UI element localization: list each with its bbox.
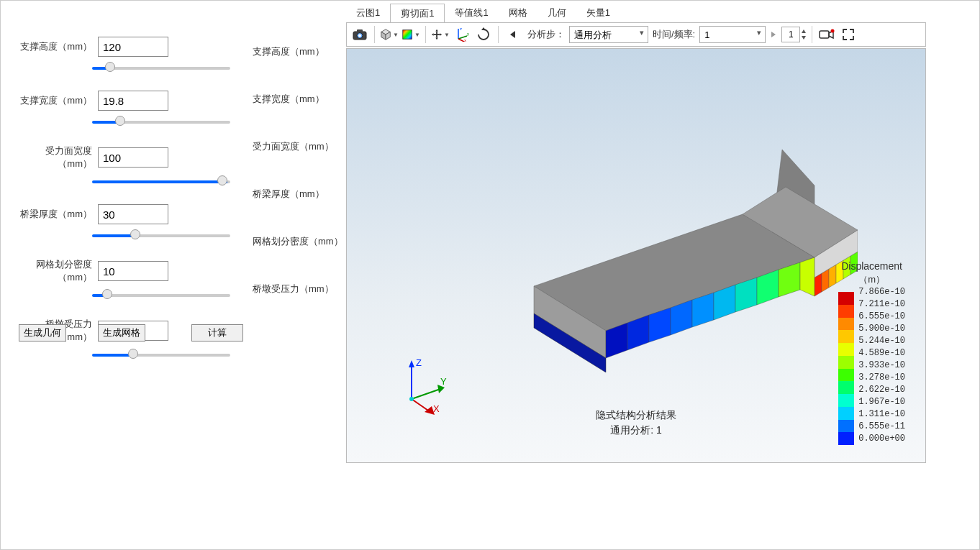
param-label2-3: 桥梁厚度（mm）: [253, 188, 325, 201]
analysis-step-label: 分析步：: [527, 28, 565, 41]
svg-rect-1: [357, 29, 363, 32]
svg-text:X: X: [433, 403, 440, 414]
3d-viewport[interactable]: Z Y X 隐式结构分析结果 通用分析: 1 Displacement （m） …: [346, 48, 926, 463]
tab-4[interactable]: 几何: [537, 4, 576, 24]
svg-text:z: z: [460, 27, 462, 31]
record-icon[interactable]: [817, 24, 837, 45]
param-label-3: 桥梁厚度（mm）: [15, 208, 98, 221]
svg-text:Z: Z: [416, 357, 422, 368]
legend-segment: [838, 394, 854, 407]
tab-5[interactable]: 矢量1: [576, 4, 620, 24]
legend-segment: [838, 343, 854, 356]
legend-segment: [838, 420, 854, 433]
cube-view-icon[interactable]: ▼: [379, 24, 399, 45]
step-prev-icon[interactable]: [503, 24, 523, 45]
svg-line-51: [412, 389, 440, 399]
legend-segment: [838, 318, 854, 331]
svg-point-23: [831, 29, 835, 33]
param-input-4[interactable]: [98, 261, 168, 281]
tab-1[interactable]: 剪切面1: [390, 4, 445, 24]
colormap-icon[interactable]: ▼: [401, 24, 421, 45]
legend-value: 1.967e-10: [858, 396, 905, 408]
legend-value: 5.244e-10: [858, 335, 905, 347]
expand-icon[interactable]: [838, 24, 858, 45]
legend-value: 3.933e-10: [858, 359, 905, 372]
param-slider-0[interactable]: [92, 67, 230, 70]
svg-text:y: y: [467, 32, 469, 36]
legend-value: 3.278e-10: [858, 372, 905, 384]
param-slider-2[interactable]: [92, 180, 230, 183]
param-label2-5: 桥墩受压力（mm）: [253, 283, 334, 295]
result-caption: 隐式结构分析结果 通用分析: 1: [596, 408, 676, 438]
param-label2-4: 网格划分密度（mm）: [253, 235, 343, 248]
tab-2[interactable]: 等值线1: [445, 4, 498, 24]
svg-marker-16: [481, 27, 486, 30]
legend-segment: [838, 369, 854, 382]
spinner-down-icon[interactable]: [800, 35, 807, 41]
color-legend: Displacement （m） 7.866e-107.211e-106.555…: [838, 260, 905, 445]
svg-marker-18: [771, 32, 776, 37]
param-slider-3[interactable]: [92, 234, 230, 237]
legend-segment: [838, 432, 854, 445]
param-slider-5[interactable]: [92, 354, 230, 357]
param-input-0[interactable]: [98, 37, 168, 57]
svg-text:x: x: [464, 38, 466, 42]
legend-unit: （m）: [838, 273, 905, 286]
xyz-axes-icon[interactable]: zyx: [452, 24, 472, 45]
param-label2-0: 支撑高度（mm）: [253, 45, 325, 58]
legend-value: 2.622e-10: [858, 384, 905, 396]
time-freq-select[interactable]: 1: [699, 26, 766, 43]
svg-rect-9: [434, 34, 440, 35]
legend-value: 0.000e+00: [858, 433, 905, 445]
step-next-icon[interactable]: [767, 24, 780, 45]
calculate-button[interactable]: 计算: [191, 324, 243, 342]
svg-rect-21: [820, 31, 829, 38]
param-input-1[interactable]: [98, 91, 168, 111]
param-label-0: 支撑高度（mm）: [15, 40, 98, 53]
legend-value: 6.555e-11: [858, 421, 905, 433]
param-slider-1[interactable]: [92, 121, 230, 124]
camera-icon[interactable]: [350, 24, 370, 45]
legend-value: 5.900e-10: [858, 323, 905, 335]
param-label2-2: 受力面宽度（mm）: [253, 140, 334, 153]
svg-line-14: [458, 39, 464, 42]
tab-0[interactable]: 云图1: [346, 4, 390, 24]
generate-geometry-button[interactable]: 生成几何: [19, 324, 66, 342]
frame-spinner[interactable]: [781, 27, 800, 42]
param-label-4: 网格划分密度（mm）: [15, 258, 98, 284]
legend-value: 4.589e-10: [858, 347, 905, 359]
model-render: [484, 142, 858, 358]
param-input-3[interactable]: [98, 204, 168, 224]
legend-segment: [838, 381, 854, 394]
param-label-2: 受力面宽度（mm）: [15, 145, 98, 170]
svg-marker-45: [800, 257, 815, 296]
svg-text:Y: Y: [440, 376, 447, 387]
legend-segment: [838, 292, 854, 305]
legend-value: 6.555e-10: [858, 311, 905, 323]
viewport-toolbar: ▼ ▼ ▼ zyx 分析步： 通用分析 时间/频率: 1: [346, 22, 926, 47]
time-freq-label: 时间/频率:: [653, 28, 695, 41]
svg-marker-19: [802, 29, 806, 33]
param-label2-1: 支撑宽度（mm）: [253, 93, 325, 106]
tab-3[interactable]: 网格: [499, 4, 537, 24]
analysis-step-select[interactable]: 通用分析: [569, 26, 648, 43]
view-tabs: 云图1剪切面1等值线1网格几何矢量1: [346, 4, 620, 24]
generate-mesh-button[interactable]: 生成网格: [98, 324, 145, 342]
svg-marker-49: [409, 360, 414, 367]
param-input-2[interactable]: [98, 147, 168, 168]
legend-value: 1.311e-10: [858, 408, 905, 421]
action-buttons: 生成几何 生成网格 计算: [19, 324, 243, 342]
legend-segment: [838, 407, 854, 420]
legend-segment: [838, 305, 854, 318]
spinner-up-icon[interactable]: [800, 28, 807, 35]
svg-point-3: [358, 35, 361, 37]
legend-value: 7.866e-10: [858, 286, 905, 298]
svg-marker-17: [510, 31, 515, 38]
move-icon[interactable]: ▼: [430, 24, 450, 45]
svg-marker-20: [802, 36, 806, 40]
param-slider-4[interactable]: [92, 294, 230, 297]
svg-rect-7: [403, 30, 412, 40]
svg-point-57: [409, 397, 414, 401]
rotate-icon[interactable]: [473, 24, 494, 45]
axis-triad: Z Y X: [396, 357, 453, 415]
